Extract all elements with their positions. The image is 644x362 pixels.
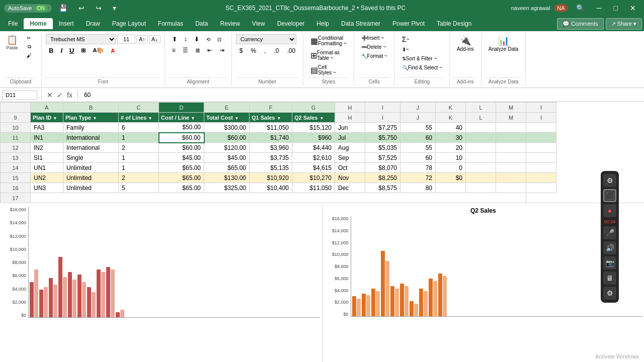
- col-F-header[interactable]: F: [250, 103, 292, 113]
- comments-button[interactable]: 💬 Comments: [557, 18, 603, 30]
- grid-scroll[interactable]: A B C D E F G H I J K L M I 9 Pl: [0, 102, 644, 203]
- cell-f14[interactable]: $5,135: [250, 163, 292, 173]
- cell-i14[interactable]: $8,070: [365, 163, 400, 173]
- find-select-button[interactable]: 🔍Find & Select ~: [399, 64, 445, 71]
- filter-plan-type[interactable]: ▾: [94, 116, 96, 121]
- cell-e10[interactable]: $300.00: [204, 123, 250, 133]
- tab-file[interactable]: File: [2, 18, 24, 29]
- cell-f13[interactable]: $3,735: [250, 153, 292, 163]
- header-cost[interactable]: Cost / Line ▾: [159, 113, 204, 123]
- cell-d11[interactable]: $60.00: [159, 133, 204, 143]
- cut-button[interactable]: ✂: [21, 34, 37, 42]
- cell-h16[interactable]: Dec: [335, 183, 365, 193]
- paste-button[interactable]: 📋 Paste: [4, 34, 20, 51]
- header-j[interactable]: J: [400, 113, 436, 123]
- align-middle-button[interactable]: ↕: [181, 34, 190, 44]
- confirm-formula-icon[interactable]: ✓: [56, 90, 64, 100]
- cell-i15[interactable]: $8,250: [365, 173, 400, 183]
- filter-cost[interactable]: ▾: [192, 116, 194, 121]
- recording-mic-button[interactable]: 🎤: [603, 226, 616, 239]
- tab-power-pivot[interactable]: Power Pivot: [386, 18, 431, 29]
- cell-i10[interactable]: $7,275: [365, 123, 400, 133]
- filter-q1[interactable]: ▾: [278, 116, 280, 121]
- font-color-button[interactable]: A: [108, 46, 118, 55]
- cell-c12[interactable]: 2: [119, 143, 159, 153]
- cell-f12[interactable]: $3,960: [250, 143, 292, 153]
- conditional-format-button[interactable]: ▦ ConditionalFormatting ~: [307, 34, 349, 47]
- cell-ref-input[interactable]: [2, 90, 37, 100]
- customize-button[interactable]: ▾: [109, 2, 120, 14]
- cell-d12[interactable]: $60.00: [159, 143, 204, 153]
- cancel-formula-icon[interactable]: ✕: [46, 90, 54, 100]
- underline-button[interactable]: U: [66, 45, 77, 56]
- fill-button[interactable]: ⬇~: [399, 46, 412, 53]
- font-grow-button[interactable]: A↑: [136, 35, 148, 43]
- cell-j14[interactable]: 78: [400, 163, 436, 173]
- font-shrink-button[interactable]: A↓: [149, 35, 160, 43]
- cell-c13[interactable]: 1: [119, 153, 159, 163]
- cell-b11[interactable]: International: [63, 133, 119, 143]
- cell-c16[interactable]: 5: [119, 183, 159, 193]
- search-button[interactable]: 🔍: [572, 2, 589, 14]
- cell-d15[interactable]: $65.00: [159, 173, 204, 183]
- header-l[interactable]: L: [466, 113, 496, 123]
- border-button[interactable]: ⊞: [78, 46, 89, 55]
- wrap-text-button[interactable]: ⟲: [203, 34, 213, 44]
- cell-k11[interactable]: 30: [436, 133, 466, 143]
- col-C-header[interactable]: C: [119, 103, 159, 113]
- col-K-header[interactable]: K: [436, 103, 466, 113]
- cell-e13[interactable]: $45.00: [204, 153, 250, 163]
- col-D-header[interactable]: D: [159, 103, 204, 113]
- cell-j13[interactable]: 60: [400, 153, 436, 163]
- redo-button[interactable]: ↪: [92, 2, 106, 14]
- tab-insert[interactable]: Insert: [53, 18, 80, 29]
- recording-settings-button[interactable]: ⚙: [603, 174, 616, 187]
- cell-g13[interactable]: $2,610: [292, 153, 335, 163]
- percent-button[interactable]: %: [247, 46, 260, 56]
- tab-help[interactable]: Help: [310, 18, 335, 29]
- fill-color-button[interactable]: A🎨: [90, 46, 107, 55]
- cell-j12[interactable]: 55: [400, 143, 436, 153]
- header-plan-id[interactable]: Plan ID ▾: [31, 113, 63, 123]
- cell-k15[interactable]: $0: [436, 173, 466, 183]
- cell-a12[interactable]: IN2: [31, 143, 63, 153]
- recording-record-button[interactable]: ●: [603, 204, 616, 217]
- col-E-header[interactable]: E: [204, 103, 250, 113]
- header-lines[interactable]: # of Lines ▾: [119, 113, 159, 123]
- autosave-state[interactable]: ON: [34, 5, 48, 12]
- cell-h13[interactable]: Sep: [335, 153, 365, 163]
- recording-screen-button[interactable]: 🖥: [603, 272, 616, 285]
- insert-cell-button[interactable]: ➕Insert ~: [358, 34, 387, 42]
- cell-b15[interactable]: Unlimited: [63, 173, 119, 183]
- cell-f10[interactable]: $11,050: [250, 123, 292, 133]
- recording-gear2-button[interactable]: ⚙: [603, 287, 616, 300]
- tab-formulas[interactable]: Formulas: [152, 18, 189, 29]
- italic-button[interactable]: I: [57, 45, 65, 56]
- increase-decimal-button[interactable]: .00: [283, 46, 299, 56]
- cell-j16[interactable]: 80: [400, 183, 436, 193]
- cell-a13[interactable]: SI1: [31, 153, 63, 163]
- col-M-header[interactable]: M: [496, 103, 526, 113]
- cell-a16[interactable]: UN3: [31, 183, 63, 193]
- cell-g10[interactable]: $15,120: [292, 123, 335, 133]
- filter-total[interactable]: ▾: [235, 116, 238, 121]
- cell-h11[interactable]: Jul: [335, 133, 365, 143]
- cell-e15[interactable]: $130.00: [204, 173, 250, 183]
- header-plan-type[interactable]: Plan Type ▾: [63, 113, 119, 123]
- col-I-header[interactable]: I: [365, 103, 400, 113]
- header-h[interactable]: H: [335, 113, 365, 123]
- cell-styles-button[interactable]: ▤ CellStyles ~: [307, 63, 339, 76]
- insert-function-icon[interactable]: fx: [66, 90, 73, 100]
- col-H-header[interactable]: H: [335, 103, 365, 113]
- format-painter-button[interactable]: 🖌: [21, 52, 37, 59]
- formula-input[interactable]: [82, 90, 642, 100]
- font-family-select[interactable]: Trebuchet MS: [46, 34, 116, 44]
- cell-g16[interactable]: $11,050: [292, 183, 335, 193]
- header-m[interactable]: M: [496, 113, 526, 123]
- align-top-button[interactable]: ⬆: [169, 34, 180, 44]
- header-k[interactable]: K: [436, 113, 466, 123]
- cell-b12[interactable]: International: [63, 143, 119, 153]
- header-total[interactable]: Total Cost ▾: [204, 113, 250, 123]
- cell-g12[interactable]: $4,440: [292, 143, 335, 153]
- delete-cell-button[interactable]: ➖Delete ~: [358, 43, 389, 51]
